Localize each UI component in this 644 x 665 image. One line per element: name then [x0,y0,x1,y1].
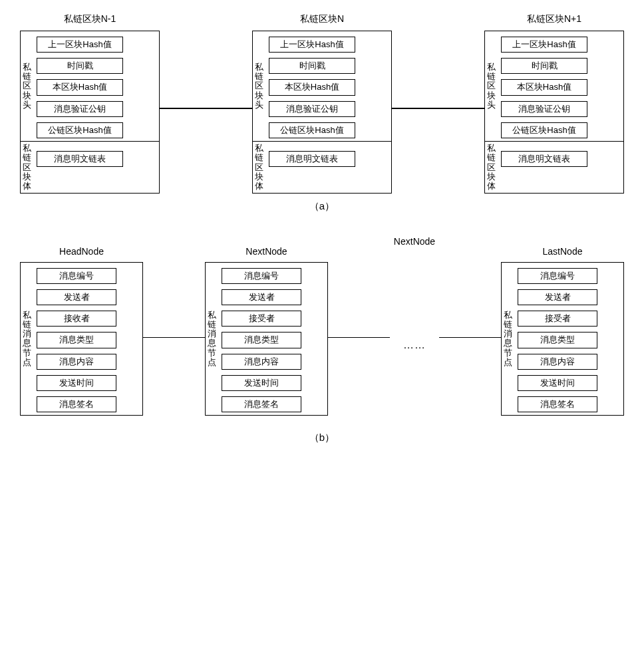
node-title: NextNode [245,246,287,257]
block-title: 私链区块N [300,13,344,25]
sender-field: 发送者 [222,289,301,305]
connector-line [439,337,501,338]
connector-line [143,337,205,338]
msg-type-field: 消息类型 [518,332,597,348]
node-side-label: 私链消息节点 [206,263,218,415]
block-header-label: 私链区块头 [253,31,265,141]
block-title: 私链区块N+1 [527,13,581,25]
panel-b: HeadNode 私链消息节点 消息编号 发送者 接收者 消息类型 消息内容 发… [20,236,624,444]
body-fields: 消息明文链表 [497,142,594,193]
block-body-label: 私链区块体 [21,142,33,193]
head-node: HeadNode 私链消息节点 消息编号 发送者 接收者 消息类型 消息内容 发… [20,246,143,416]
block-body-label: 私链区块体 [485,142,497,193]
this-hash-field: 本区块Hash值 [269,79,355,95]
node-section: 私链消息节点 消息编号 发送者 接受者 消息类型 消息内容 发送时间 消息签名 [206,263,327,415]
node-title: LastNode [543,246,583,257]
header-fields: 上一区块Hash值 时间戳 本区块Hash值 消息验证公钥 公链区块Hash值 [265,31,362,141]
block-body-section: 私链区块体 消息明文链表 [485,142,623,193]
block-frame: 私链区块头 上一区块Hash值 时间戳 本区块Hash值 消息验证公钥 公链区块… [484,31,624,194]
sender-field: 发送者 [518,289,597,305]
block-n-plus-1: 私链区块N+1 私链区块头 上一区块Hash值 时间戳 本区块Hash值 消息验… [484,13,624,194]
msg-type-field: 消息类型 [222,332,301,348]
body-fields: 消息明文链表 [33,142,130,193]
node-frame: 私链消息节点 消息编号 发送者 接受者 消息类型 消息内容 发送时间 消息签名 [205,262,328,416]
block-body-section: 私链区块体 消息明文链表 [253,142,391,193]
last-node: LastNode 私链消息节点 消息编号 发送者 接受者 消息类型 消息内容 发… [501,246,624,416]
panel-a-label: （a） [20,200,624,213]
block-header-label: 私链区块头 [21,31,33,141]
node-side-label: 私链消息节点 [502,263,514,415]
node-fields: 消息编号 发送者 接受者 消息类型 消息内容 发送时间 消息签名 [218,263,308,415]
msg-sign-field: 消息签名 [518,396,597,412]
block-header-section: 私链区块头 上一区块Hash值 时间戳 本区块Hash值 消息验证公钥 公链区块… [485,31,623,141]
block-n-minus-1: 私链区块N-1 私链区块头 上一区块Hash值 时间戳 本区块Hash值 消息验… [20,13,160,194]
ellipsis-icon: …… [390,339,439,351]
sender-field: 发送者 [37,289,116,305]
block-frame: 私链区块头 上一区块Hash值 时间戳 本区块Hash值 消息验证公钥 公链区块… [252,31,392,194]
msg-list-field: 消息明文链表 [37,151,123,167]
timestamp-field: 时间戳 [269,58,355,74]
pubkey-field: 消息验证公钥 [37,101,123,117]
node-section: 私链消息节点 消息编号 发送者 接收者 消息类型 消息内容 发送时间 消息签名 [21,263,142,415]
panel-b-label: （b） [20,432,624,444]
public-chain-hash-field: 公链区块Hash值 [501,122,587,138]
prev-hash-field: 上一区块Hash值 [37,37,123,53]
msg-content-field: 消息内容 [518,354,597,370]
next-node-1: NextNode 私链消息节点 消息编号 发送者 接受者 消息类型 消息内容 发… [205,246,328,416]
block-header-section: 私链区块头 上一区块Hash值 时间戳 本区块Hash值 消息验证公钥 公链区块… [253,31,391,141]
pubkey-field: 消息验证公钥 [501,101,587,117]
node-side-label: 私链消息节点 [21,263,33,415]
send-time-field: 发送时间 [518,375,597,391]
receiver-field: 接受者 [518,311,597,327]
receiver-field: 接收者 [37,311,116,327]
send-time-field: 发送时间 [222,375,301,391]
node-section: 私链消息节点 消息编号 发送者 接受者 消息类型 消息内容 发送时间 消息签名 [502,263,623,415]
node-frame: 私链消息节点 消息编号 发送者 接受者 消息类型 消息内容 发送时间 消息签名 [501,262,624,416]
header-fields: 上一区块Hash值 时间戳 本区块Hash值 消息验证公钥 公链区块Hash值 [33,31,130,141]
send-time-field: 发送时间 [37,375,116,391]
node-title: HeadNode [59,246,104,257]
public-chain-hash-field: 公链区块Hash值 [37,122,123,138]
panel-a: 私链区块N-1 私链区块头 上一区块Hash值 时间戳 本区块Hash值 消息验… [20,13,624,213]
node-fields: 消息编号 发送者 接受者 消息类型 消息内容 发送时间 消息签名 [514,263,604,415]
node-title: NextNode [394,236,435,247]
block-header-section: 私链区块头 上一区块Hash值 时间戳 本区块Hash值 消息验证公钥 公链区块… [21,31,159,141]
ellipsis-hold: …… [390,252,439,425]
receiver-field: 接受者 [222,311,301,327]
msg-id-field: 消息编号 [222,268,301,284]
public-chain-hash-field: 公链区块Hash值 [269,122,355,138]
block-row-b: HeadNode 私链消息节点 消息编号 发送者 接收者 消息类型 消息内容 发… [20,236,624,425]
connector-line [160,108,252,109]
msg-list-field: 消息明文链表 [269,151,355,167]
this-hash-field: 本区块Hash值 [501,79,587,95]
msg-list-field: 消息明文链表 [501,151,587,167]
block-frame: 私链区块头 上一区块Hash值 时间戳 本区块Hash值 消息验证公钥 公链区块… [20,31,160,194]
connector-line [328,337,390,338]
msg-type-field: 消息类型 [37,332,116,348]
node-frame: 私链消息节点 消息编号 发送者 接收者 消息类型 消息内容 发送时间 消息签名 [20,262,143,416]
msg-id-field: 消息编号 [518,268,597,284]
timestamp-field: 时间戳 [37,58,123,74]
this-hash-field: 本区块Hash值 [37,79,123,95]
prev-hash-field: 上一区块Hash值 [269,37,355,53]
node-fields: 消息编号 发送者 接收者 消息类型 消息内容 发送时间 消息签名 [33,263,123,415]
prev-hash-field: 上一区块Hash值 [501,37,587,53]
msg-content-field: 消息内容 [37,354,116,370]
block-row-a: 私链区块N-1 私链区块头 上一区块Hash值 时间戳 本区块Hash值 消息验… [20,13,624,194]
msg-sign-field: 消息签名 [37,396,116,412]
msg-content-field: 消息内容 [222,354,301,370]
block-body-section: 私链区块体 消息明文链表 [21,142,159,193]
block-header-label: 私链区块头 [485,31,497,141]
block-n: 私链区块N 私链区块头 上一区块Hash值 时间戳 本区块Hash值 消息验证公… [252,13,392,194]
msg-id-field: 消息编号 [37,268,116,284]
block-body-label: 私链区块体 [253,142,265,193]
body-fields: 消息明文链表 [265,142,362,193]
connector-line [392,108,484,109]
timestamp-field: 时间戳 [501,58,587,74]
block-title: 私链区块N-1 [64,13,116,25]
msg-sign-field: 消息签名 [222,396,301,412]
next-node-ellipsis: NextNode …… [390,236,439,425]
pubkey-field: 消息验证公钥 [269,101,355,117]
header-fields: 上一区块Hash值 时间戳 本区块Hash值 消息验证公钥 公链区块Hash值 [497,31,594,141]
